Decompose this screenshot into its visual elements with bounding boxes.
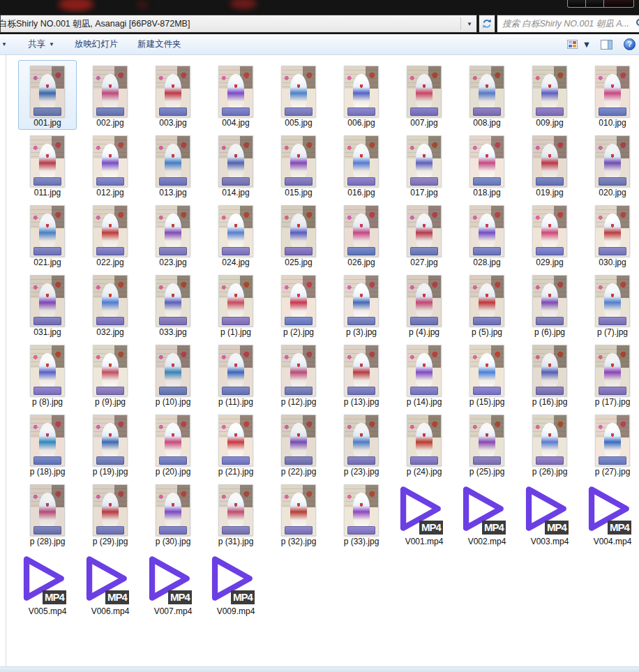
file-item[interactable]: p (9).jpg <box>79 339 142 409</box>
file-item[interactable]: p (5).jpg <box>456 269 518 339</box>
file-item[interactable]: 011.jpg <box>16 130 79 200</box>
file-item[interactable]: p (17).jpg <box>581 339 639 409</box>
organize-dropdown-icon[interactable]: ▼ <box>1 41 7 47</box>
file-item[interactable]: p (15).jpg <box>456 339 518 409</box>
file-item[interactable]: p (18).jpg <box>16 409 79 479</box>
file-item[interactable]: MP4V007.mp4 <box>142 548 204 618</box>
file-item[interactable]: 025.jpg <box>267 200 330 269</box>
close-button[interactable] <box>604 0 634 8</box>
thumb-figure <box>353 423 370 457</box>
file-item[interactable]: 033.jpg <box>142 269 204 339</box>
file-item[interactable]: 021.jpg <box>16 200 79 269</box>
share-button[interactable]: 共享 ▼ <box>28 38 54 50</box>
address-dropdown-icon[interactable]: ▼ <box>463 21 476 27</box>
file-item[interactable]: p (24).jpg <box>393 409 456 479</box>
file-item[interactable]: 005.jpg <box>267 60 330 130</box>
address-bar[interactable]: 白栎Shirly NO.001 朝凪, Asanagi [66P8V-872MB… <box>0 15 477 33</box>
file-item[interactable]: p (7).jpg <box>581 269 639 339</box>
file-item[interactable]: MP4V003.mp4 <box>518 479 581 548</box>
file-item[interactable]: p (12).jpg <box>267 339 330 409</box>
file-item[interactable]: p (14).jpg <box>393 339 456 409</box>
search-box[interactable]: 搜索 白栎Shirly NO.001 朝凪 A... <box>497 15 639 33</box>
file-item[interactable]: 008.jpg <box>456 60 518 130</box>
file-item[interactable]: 030.jpg <box>581 200 639 269</box>
file-item[interactable]: p (31).jpg <box>204 479 267 548</box>
file-item[interactable]: 004.jpg <box>204 60 267 130</box>
file-item[interactable]: p (16).jpg <box>518 339 581 409</box>
file-item[interactable]: p (11).jpg <box>204 339 267 409</box>
file-item[interactable]: p (3).jpg <box>330 269 393 339</box>
file-item[interactable]: p (28).jpg <box>16 479 79 548</box>
file-item-inner: 017.jpg <box>395 130 453 200</box>
file-item[interactable]: p (8).jpg <box>16 339 79 409</box>
file-item[interactable]: 024.jpg <box>204 200 267 269</box>
new-folder-button[interactable]: 新建文件夹 <box>137 38 181 50</box>
help-button[interactable]: ? <box>624 38 636 50</box>
file-item[interactable]: 017.jpg <box>393 130 456 200</box>
file-item[interactable]: 009.jpg <box>518 60 581 130</box>
file-item[interactable]: p (25).jpg <box>456 409 518 479</box>
file-item[interactable]: 016.jpg <box>330 130 393 200</box>
file-item[interactable]: 018.jpg <box>456 130 518 200</box>
file-item[interactable]: p (1).jpg <box>204 269 267 339</box>
file-item[interactable]: 029.jpg <box>518 200 581 269</box>
file-item[interactable]: 010.jpg <box>581 60 639 130</box>
file-item[interactable]: p (27).jpg <box>581 409 639 479</box>
file-item[interactable]: 027.jpg <box>393 200 456 269</box>
photo-thumbnail <box>595 205 630 257</box>
file-item[interactable]: 028.jpg <box>456 200 518 269</box>
photo-thumbnail <box>156 345 190 396</box>
file-item[interactable]: MP4V006.mp4 <box>79 548 142 618</box>
file-item[interactable]: p (30).jpg <box>142 479 204 548</box>
file-item-inner: MP4V009.mp4 <box>206 548 265 618</box>
file-item[interactable]: 013.jpg <box>142 130 204 200</box>
file-item[interactable]: 023.jpg <box>142 200 204 269</box>
file-item[interactable]: 015.jpg <box>267 130 330 200</box>
file-item[interactable]: p (4).jpg <box>393 269 456 339</box>
file-item-inner: p (32).jpg <box>269 479 328 548</box>
file-item[interactable]: p (13).jpg <box>330 339 393 409</box>
file-item[interactable]: p (23).jpg <box>330 409 393 479</box>
file-item[interactable]: 014.jpg <box>204 130 267 200</box>
file-item[interactable]: p (22).jpg <box>267 409 330 479</box>
file-item[interactable]: p (33).jpg <box>330 479 393 548</box>
thumb-mat <box>347 387 375 395</box>
thumb-mat <box>473 387 501 395</box>
file-item[interactable]: MP4V004.mp4 <box>581 479 639 548</box>
file-item[interactable]: p (10).jpg <box>142 339 204 409</box>
file-item[interactable]: p (29).jpg <box>79 479 142 548</box>
file-item[interactable]: 020.jpg <box>581 130 639 200</box>
file-item[interactable]: p (26).jpg <box>518 409 581 479</box>
file-item[interactable]: 007.jpg <box>393 60 456 130</box>
file-item[interactable]: 019.jpg <box>518 130 581 200</box>
file-item[interactable]: p (19).jpg <box>79 409 142 479</box>
file-item[interactable]: 031.jpg <box>16 269 79 339</box>
file-item[interactable]: 006.jpg <box>330 60 393 130</box>
preview-pane-button[interactable] <box>601 40 612 50</box>
file-item[interactable]: 026.jpg <box>330 200 393 269</box>
photo-thumbnail <box>93 205 128 257</box>
photo-thumbnail <box>218 345 253 396</box>
file-name: 026.jpg <box>347 258 375 267</box>
file-item[interactable]: 001.jpg <box>16 60 79 130</box>
file-item[interactable]: 012.jpg <box>79 130 142 200</box>
file-item[interactable]: MP4V002.mp4 <box>456 479 518 548</box>
file-item[interactable]: p (6).jpg <box>518 269 581 339</box>
file-item[interactable]: 002.jpg <box>79 60 142 130</box>
minimize-button[interactable] <box>567 0 586 8</box>
maximize-button[interactable] <box>586 0 604 8</box>
file-item[interactable]: p (20).jpg <box>142 409 204 479</box>
file-item[interactable]: p (32).jpg <box>267 479 330 548</box>
file-item[interactable]: 003.jpg <box>142 60 204 130</box>
file-item[interactable]: MP4V009.mp4 <box>204 548 267 618</box>
file-item[interactable]: MP4V005.mp4 <box>16 548 79 618</box>
slideshow-button[interactable]: 放映幻灯片 <box>75 38 119 50</box>
file-item[interactable]: p (21).jpg <box>204 409 267 479</box>
change-view-button[interactable]: ▼ <box>567 40 591 50</box>
file-item[interactable]: 032.jpg <box>79 269 142 339</box>
file-item[interactable]: 022.jpg <box>79 200 142 269</box>
file-item[interactable]: MP4V001.mp4 <box>393 479 456 548</box>
photo-thumbnail <box>281 415 316 466</box>
refresh-button[interactable] <box>479 15 495 33</box>
file-item[interactable]: p (2).jpg <box>267 269 330 339</box>
